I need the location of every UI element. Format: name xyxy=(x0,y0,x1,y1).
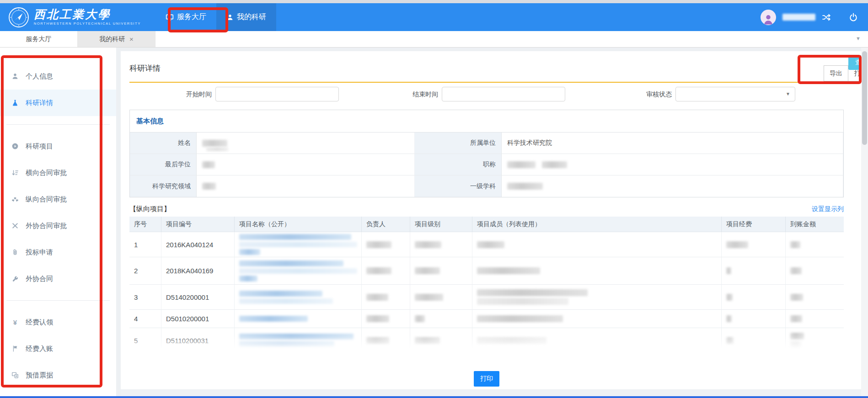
sidebar-item-label: 经费入账 xyxy=(26,345,53,353)
switch-account-icon[interactable] xyxy=(822,13,831,21)
nav-my-research[interactable]: 我的科研 xyxy=(216,3,276,31)
university-emblem-icon xyxy=(8,7,29,28)
sidebar-item-label: 横向合同审批 xyxy=(26,169,67,177)
scrollbar-thumb[interactable] xyxy=(862,51,867,145)
project-level-redacted xyxy=(410,328,472,353)
column-header[interactable]: 负责人 xyxy=(362,217,410,232)
yen-icon: ¥ xyxy=(11,318,19,326)
sidebar-item-label: 外协合同审批 xyxy=(26,222,67,230)
nav-label: 服务大厅 xyxy=(177,12,206,22)
chevron-down-icon[interactable]: ▼ xyxy=(856,36,861,41)
pipeline-icon xyxy=(11,195,19,203)
paperclip-icon xyxy=(11,248,19,256)
tab-service-hall[interactable]: 服务大厅 xyxy=(0,31,78,47)
project-code: D5110200031 xyxy=(161,328,235,353)
sidebar-item-outsourcing-contract[interactable]: 外协合同 xyxy=(0,265,116,292)
name-value xyxy=(197,133,415,154)
project-owner-redacted xyxy=(362,328,410,353)
project-level-redacted xyxy=(410,257,472,285)
sidebar-item-label: 纵向合同审批 xyxy=(26,195,67,204)
user-avatar[interactable] xyxy=(761,10,776,25)
project-members-redacted xyxy=(472,232,722,257)
nav-service-hall[interactable]: 服务大厅 xyxy=(155,3,216,31)
flag-book-icon xyxy=(11,345,19,353)
sidebar-item-label: 个人信息 xyxy=(26,72,53,81)
sort-list-icon xyxy=(11,169,19,177)
sidebar-item-funds-claim[interactable]: ¥ 经费认领 xyxy=(0,309,116,335)
projects-table: 序号 项目编号 项目名称（公开） 负责人 项目级别 项目成员（列表使用） 项目经… xyxy=(129,217,844,353)
column-header[interactable]: 项目编号 xyxy=(161,217,235,232)
sidebar-item-horizontal-contract-approval[interactable]: 横向合同审批 xyxy=(0,159,116,186)
end-time-input[interactable] xyxy=(442,87,565,101)
export-button[interactable]: 导出 xyxy=(824,65,848,81)
project-name-redacted[interactable] xyxy=(235,328,362,353)
university-name: 西北工業大學 xyxy=(34,9,141,21)
column-header[interactable]: 项目成员（列表使用） xyxy=(472,217,722,232)
tab-label: 我的科研 xyxy=(99,35,125,43)
project-name-redacted[interactable] xyxy=(235,310,362,328)
chevron-down-icon: ▼ xyxy=(786,91,790,96)
project-fund-redacted xyxy=(722,232,786,257)
column-header[interactable]: 项目经费 xyxy=(722,217,786,232)
close-icon[interactable]: × xyxy=(129,35,134,43)
column-header[interactable]: 序号 xyxy=(129,217,161,232)
received-amount-redacted xyxy=(786,257,844,285)
power-logout-icon[interactable] xyxy=(849,13,858,22)
degree-value xyxy=(197,154,415,175)
content-footer: 打印 xyxy=(129,353,844,389)
title-label: 职称 xyxy=(415,154,502,175)
sidebar-item-research-detail[interactable]: 科研详情 xyxy=(0,90,116,116)
row-index: 5 xyxy=(129,328,161,353)
project-name-redacted[interactable] xyxy=(235,232,362,257)
app-body: 个人信息 科研详情 科研项目 xyxy=(0,48,868,396)
sidebar-item-label: 科研详情 xyxy=(26,99,53,107)
monitor-icon xyxy=(166,13,174,21)
redacted-username xyxy=(782,14,815,21)
project-owner-redacted xyxy=(362,257,410,285)
project-name-redacted[interactable] xyxy=(235,257,362,285)
sidebar-item-research-projects[interactable]: 科研项目 xyxy=(0,133,116,159)
document-tab-bar: 服务大厅 我的科研 × ▼ xyxy=(0,31,868,48)
sidebar-item-label: 投标申请 xyxy=(26,248,53,257)
sidebar-item-bid-application[interactable]: 投标申请 xyxy=(0,239,116,265)
column-header[interactable]: 项目名称（公开） xyxy=(235,217,362,232)
project-level-redacted xyxy=(410,285,472,310)
end-time-label: 结束时间 xyxy=(409,87,438,101)
audit-status-select[interactable]: ▼ xyxy=(675,87,795,101)
flask-icon xyxy=(11,99,19,107)
wrench-icon xyxy=(11,275,19,283)
footer-strip xyxy=(121,389,861,396)
configure-columns-link[interactable]: 设置显示列 xyxy=(812,205,844,213)
project-fund-redacted xyxy=(722,257,786,285)
row-index: 4 xyxy=(129,310,161,328)
page-title-row: 科研详情 xyxy=(129,51,844,83)
project-owner-redacted xyxy=(362,232,410,257)
sidebar-item-outsourcing-contract-approval[interactable]: 外协合同审批 xyxy=(0,212,116,239)
sidebar-item-advance-invoice[interactable]: 预借票据 xyxy=(0,362,116,388)
project-level-redacted xyxy=(410,232,472,257)
unit-label: 所属单位 xyxy=(415,133,502,154)
project-fund-redacted xyxy=(722,285,786,310)
sidebar-item-funds-posting[interactable]: 经费入账 xyxy=(0,335,116,362)
tab-my-research[interactable]: 我的科研 × xyxy=(78,31,155,47)
sidebar-item-invoice-extension[interactable]: 发票延期申请 xyxy=(0,388,116,396)
sidebar-item-vertical-contract-approval[interactable]: 纵向合同审批 xyxy=(0,186,116,212)
basic-info-title: 基本信息 xyxy=(130,110,843,133)
column-header[interactable]: 项目级别 xyxy=(410,217,472,232)
project-code: 2018KA040169 xyxy=(161,257,235,285)
start-time-input[interactable] xyxy=(215,87,339,101)
table-row: 4 D5010200001 xyxy=(129,310,844,328)
vertical-scrollbar[interactable] xyxy=(861,48,868,396)
unit-value: 科学技术研究院 xyxy=(502,133,843,154)
project-code: D5010200001 xyxy=(161,310,235,328)
received-amount-redacted xyxy=(786,328,844,353)
project-name-redacted[interactable] xyxy=(235,285,362,310)
print-button-bottom[interactable]: 打印 xyxy=(474,371,499,387)
university-logo: 西北工業大學 NORTHWESTERN POLYTECHNICAL UNIVER… xyxy=(8,7,141,28)
sidebar-item-label: 科研项目 xyxy=(26,142,53,151)
project-owner-redacted xyxy=(362,285,410,310)
sidebar-item-personal-info[interactable]: 个人信息 xyxy=(0,63,116,90)
crossed-tools-icon xyxy=(11,222,19,230)
user-icon xyxy=(226,14,234,21)
column-header[interactable]: 到账金额 xyxy=(786,217,844,232)
